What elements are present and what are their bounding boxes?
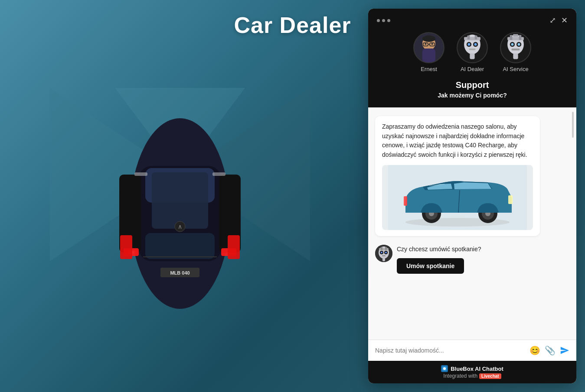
agent-ai-dealer: AI Dealer [457,32,488,72]
close-icon[interactable]: ✕ [561,16,568,25]
svg-point-75 [385,252,387,253]
svg-rect-71 [385,247,387,250]
support-subtitle: Jak możemy Ci pomóc? [377,92,568,99]
svg-rect-35 [464,37,480,40]
svg-point-53 [518,43,520,46]
agent-name-ai-service: AI Service [503,66,528,72]
svg-rect-26 [422,49,435,62]
bot-question: Czy chcesz umówić spotkanie? [397,245,569,254]
car-illustration: ∧ MLB 040 [50,88,310,339]
svg-rect-43 [470,53,474,59]
svg-point-74 [381,252,382,253]
svg-rect-23 [228,235,240,259]
chat-widget: ⤢ ✕ [368,9,576,383]
car-product-image [382,165,533,230]
svg-text:∧: ∧ [178,223,182,230]
footer-brand-text: BlueBox AI Chatbot [451,366,503,372]
dot-1 [377,19,380,22]
bot-message-1: Zapraszamy do odwiedzenia naszego salonu… [375,116,540,236]
svg-rect-48 [519,35,522,40]
chat-dots [377,19,390,22]
svg-rect-76 [382,255,386,256]
svg-point-32 [431,43,433,45]
svg-rect-9 [152,172,208,229]
message-block-1: Zapraszamy do odwiedzenia naszego salonu… [375,116,569,236]
message-input[interactable] [375,347,525,354]
svg-text:MLB 040: MLB 040 [170,270,190,275]
footer-integration: Integrated with Livechat [443,373,501,379]
site-title: Car Dealer [234,12,351,38]
bot-mini-avatar [375,245,392,262]
svg-rect-42 [469,49,475,50]
integration-text: Integrated with [443,373,477,379]
svg-rect-21 [120,235,132,259]
svg-rect-46 [507,37,524,40]
scroll-indicator [572,112,574,138]
dot-3 [387,19,390,22]
svg-rect-47 [510,35,513,40]
svg-rect-37 [475,36,477,39]
car-area: ∧ MLB 040 [0,35,359,392]
dot-2 [382,19,385,22]
svg-rect-36 [467,36,470,39]
chat-body[interactable]: Zapraszamy do odwiedzenia naszego salonu… [368,107,576,340]
chat-input-area: 😊 📎 [368,340,576,361]
svg-point-27 [422,36,435,42]
agent-ai-service: AI Service [500,32,531,72]
svg-rect-55 [513,53,518,59]
bluebox-icon [441,365,448,372]
svg-point-80 [443,367,446,370]
chat-footer: BlueBox AI Chatbot Integrated with Livec… [368,361,576,383]
send-icon [560,346,569,355]
agent-name-ernest: Ernest [421,66,437,72]
agent-avatar-ernest [413,32,444,63]
expand-icon[interactable]: ⤢ [549,16,556,25]
support-title: Support [377,80,568,90]
svg-point-40 [468,43,471,46]
agent-ernest: Ernest [413,32,444,72]
svg-rect-14 [212,172,226,176]
agent-avatar-ai-service [500,32,531,63]
bot-message-text-1: Zapraszamy do odwiedzenia naszego salonu… [382,122,533,160]
svg-rect-69 [379,248,389,250]
svg-rect-65 [404,196,407,206]
agent-avatar-ai-dealer [457,32,488,63]
svg-rect-13 [134,172,147,176]
bot-row-content: Czy chcesz umówić spotkanie? Umów spotka… [397,245,569,274]
attach-icon[interactable]: 📎 [545,345,556,356]
svg-point-52 [511,43,514,46]
chat-header-icons: ⤢ ✕ [549,16,568,25]
svg-point-41 [474,43,477,46]
livechat-badge: Livechat [479,373,501,379]
footer-brand: BlueBox AI Chatbot [441,365,503,372]
chat-header: ⤢ ✕ [368,9,576,107]
emoji-icon[interactable]: 😊 [529,345,540,356]
agents-row: Ernest [377,32,568,72]
send-button[interactable] [560,346,569,355]
svg-point-31 [425,43,427,45]
svg-rect-64 [508,195,513,204]
svg-rect-70 [381,247,382,250]
svg-rect-49 [513,34,518,37]
svg-rect-6 [145,233,215,259]
bot-row-2: Czy chcesz umówić spotkanie? Umów spotka… [375,245,569,274]
svg-rect-54 [512,49,520,51]
car-image [382,165,533,230]
chat-header-top: ⤢ ✕ [377,16,568,25]
schedule-button[interactable]: Umów spotkanie [397,258,464,274]
agent-name-ai-dealer: AI Dealer [461,66,484,72]
svg-rect-77 [382,258,385,261]
